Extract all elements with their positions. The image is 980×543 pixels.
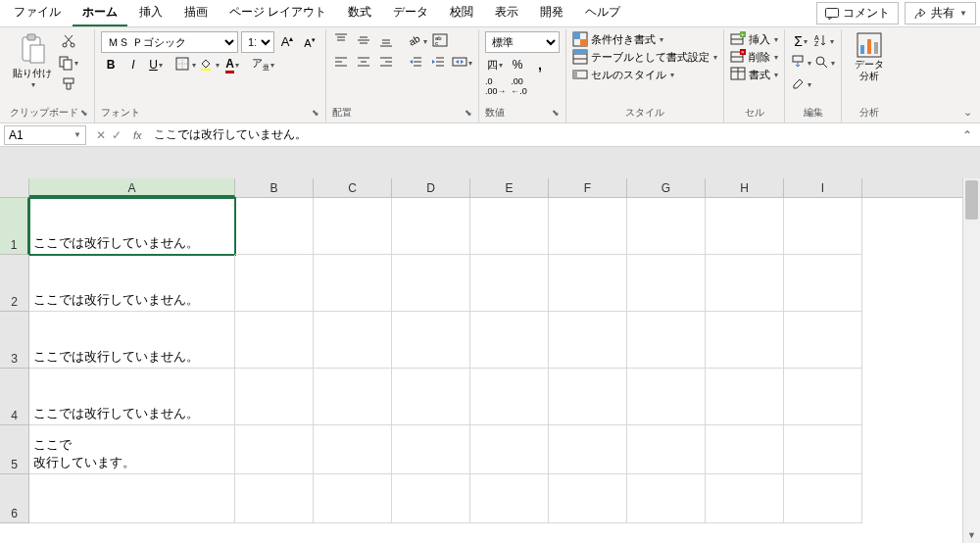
column-header-G[interactable]: G — [627, 178, 706, 197]
sort-filter-button[interactable]: AZ▾ — [813, 31, 834, 51]
cell-I4[interactable] — [784, 369, 862, 425]
font-size-select[interactable]: 11 — [241, 31, 274, 53]
paste-button[interactable]: 貼り付け ▾ — [10, 33, 55, 92]
column-header-A[interactable]: A — [29, 178, 235, 197]
cell-C1[interactable] — [314, 198, 392, 255]
column-header-F[interactable]: F — [549, 178, 627, 197]
cell-E5[interactable] — [470, 425, 549, 474]
bold-button[interactable]: B — [101, 55, 121, 74]
select-all-corner[interactable] — [0, 178, 29, 198]
format-cells-button[interactable]: 書式▾ — [730, 67, 778, 82]
increase-decimal-button[interactable]: .0.00→ — [485, 76, 507, 96]
column-header-E[interactable]: E — [470, 178, 549, 197]
share-button[interactable]: 共有 ▼ — [905, 2, 976, 25]
cell-F5[interactable] — [549, 425, 627, 474]
conditional-formatting-button[interactable]: 条件付き書式▾ — [572, 31, 717, 47]
cell-E2[interactable] — [470, 255, 549, 312]
cell-B3[interactable] — [235, 312, 314, 369]
cell-F2[interactable] — [549, 255, 627, 312]
autosum-button[interactable]: Σ▾ — [791, 31, 810, 51]
row-header-5[interactable]: 5 — [0, 425, 29, 474]
cell-E4[interactable] — [470, 369, 549, 425]
cell-G1[interactable] — [627, 198, 706, 255]
cell-E1[interactable] — [470, 198, 549, 255]
cell-D1[interactable] — [392, 198, 470, 255]
cell-B6[interactable] — [235, 474, 314, 523]
cell-A3[interactable]: ここでは改行していません。 — [29, 312, 235, 369]
cell-H2[interactable] — [706, 255, 784, 312]
menu-tab-10[interactable]: ヘルプ — [575, 0, 630, 26]
cell-C3[interactable] — [314, 312, 392, 369]
cell-H1[interactable] — [706, 198, 784, 255]
underline-button[interactable]: U▾ — [146, 55, 166, 74]
cell-H4[interactable] — [706, 369, 784, 425]
wrap-text-button[interactable]: abc — [430, 31, 450, 51]
cell-E6[interactable] — [470, 474, 549, 523]
enter-formula-button[interactable]: ✓ — [112, 128, 122, 142]
formula-input[interactable] — [148, 123, 955, 146]
scroll-down-button[interactable]: ▼ — [963, 527, 980, 543]
menu-tab-8[interactable]: 表示 — [485, 0, 528, 26]
orientation-button[interactable]: ab▾ — [407, 31, 427, 51]
clear-button[interactable]: ▾ — [791, 74, 811, 94]
spreadsheet-grid[interactable]: ABCDEFGHI 1ここでは改行していません。2ここでは改行していません。3こ… — [0, 178, 962, 543]
delete-cells-button[interactable]: × 削除▾ — [730, 49, 778, 65]
vertical-scrollbar[interactable]: ▲ ▼ — [962, 178, 980, 543]
cell-D5[interactable] — [392, 425, 470, 474]
cell-A2[interactable]: ここでは改行していません。 — [29, 255, 235, 312]
menu-tab-5[interactable]: 数式 — [338, 0, 381, 26]
comment-button[interactable]: コメント — [816, 2, 899, 25]
align-top-button[interactable] — [332, 31, 352, 51]
number-format-select[interactable]: 標準 — [485, 31, 560, 53]
column-header-I[interactable]: I — [784, 178, 862, 197]
menu-tab-1[interactable]: ホーム — [73, 0, 127, 26]
cell-F1[interactable] — [549, 198, 627, 255]
align-center-button[interactable] — [355, 53, 374, 73]
insert-cells-button[interactable]: + 挿入▾ — [730, 31, 778, 47]
column-header-C[interactable]: C — [314, 178, 392, 197]
cell-D4[interactable] — [392, 369, 470, 425]
cell-F6[interactable] — [549, 474, 627, 523]
name-box[interactable]: A1 ▼ — [4, 125, 86, 145]
cell-A5[interactable]: ここで 改行しています。 — [29, 425, 235, 474]
data-analysis-button[interactable]: データ 分析 — [848, 31, 891, 82]
collapse-ribbon-button[interactable]: ⌄ — [963, 106, 972, 119]
cell-styles-button[interactable]: セルのスタイル▾ — [572, 67, 717, 82]
decrease-indent-button[interactable] — [407, 53, 426, 73]
menu-tab-6[interactable]: データ — [383, 0, 438, 26]
cell-H3[interactable] — [706, 312, 784, 369]
dialog-launcher-icon[interactable]: ⬊ — [80, 108, 88, 118]
cell-C2[interactable] — [314, 255, 392, 312]
cell-G3[interactable] — [627, 312, 706, 369]
menu-tab-3[interactable]: 描画 — [174, 0, 218, 26]
cell-G2[interactable] — [627, 255, 706, 312]
percent-button[interactable]: % — [508, 55, 527, 74]
cell-H5[interactable] — [706, 425, 784, 474]
font-color-button[interactable]: A▾ — [222, 55, 242, 74]
cell-F4[interactable] — [549, 369, 627, 425]
row-header-1[interactable]: 1 — [0, 198, 29, 255]
merge-button[interactable]: ▾ — [452, 53, 472, 73]
cell-B5[interactable] — [235, 425, 314, 474]
phonetic-button[interactable]: ア亜▾ — [252, 55, 274, 74]
align-bottom-button[interactable] — [377, 31, 397, 51]
align-left-button[interactable] — [332, 53, 352, 73]
cell-A1[interactable]: ここでは改行していません。 — [29, 198, 235, 255]
cell-I6[interactable] — [784, 474, 862, 523]
cell-A6[interactable] — [29, 474, 235, 523]
format-painter-button[interactable] — [58, 74, 78, 94]
cell-C5[interactable] — [314, 425, 392, 474]
expand-formula-bar-button[interactable]: ⌃ — [955, 128, 980, 142]
cell-B1[interactable] — [235, 198, 314, 255]
borders-button[interactable]: ▾ — [175, 55, 196, 74]
cancel-formula-button[interactable]: ✕ — [96, 128, 106, 142]
fill-color-button[interactable]: ▾ — [199, 55, 220, 74]
cell-G4[interactable] — [627, 369, 706, 425]
dialog-launcher-icon[interactable]: ⬊ — [312, 108, 319, 118]
menu-tab-9[interactable]: 開発 — [530, 0, 573, 26]
cell-B4[interactable] — [235, 369, 314, 425]
fill-button[interactable]: ▾ — [791, 53, 811, 73]
accounting-button[interactable]: 四▾ — [485, 55, 505, 74]
cut-button[interactable] — [58, 31, 78, 51]
menu-tab-4[interactable]: ページ レイアウト — [220, 0, 336, 26]
